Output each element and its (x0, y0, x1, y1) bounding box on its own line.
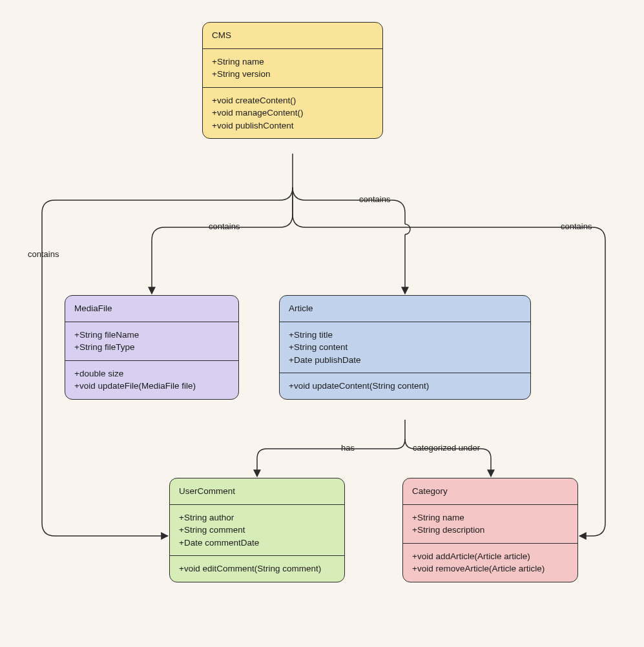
attr: +String description (412, 524, 568, 537)
attr: +String name (412, 511, 568, 524)
class-article-attrs: +String title +String content +Date publ… (280, 322, 530, 374)
class-category: Category +String name +String descriptio… (402, 478, 578, 582)
class-category-title: Category (403, 478, 577, 505)
class-category-methods: +void addArticle(Article article) +void … (403, 544, 577, 582)
attr: +String fileType (74, 341, 229, 354)
class-mediafile-attrs: +String fileName +String fileType (65, 322, 238, 361)
class-article: Article +String title +String content +D… (279, 295, 531, 400)
attr: +String title (289, 329, 521, 342)
class-mediafile-title: MediaFile (65, 296, 238, 322)
class-usercomment-attrs: +String author +String comment +Date com… (170, 505, 344, 557)
attr: +String comment (179, 524, 335, 537)
method: +void publishContent (212, 119, 373, 132)
edge-label-article-category: categorized under (411, 443, 482, 453)
method: +void updateContent(String content) (289, 380, 521, 393)
method: +double size (74, 367, 229, 380)
class-category-attrs: +String name +String description (403, 505, 577, 544)
class-mediafile-methods: +double size +void updateFile(MediaFile … (65, 361, 238, 399)
class-cms-methods: +void createContent() +void manageConten… (203, 88, 382, 139)
class-usercomment-title: UserComment (170, 478, 344, 505)
method: +void updateFile(MediaFile file) (74, 380, 229, 393)
method: +void createContent() (212, 94, 373, 107)
attr: +String name (212, 56, 373, 68)
edge-label-cms-article: contains (357, 194, 392, 204)
class-cms: CMS +String name +String version +void c… (202, 22, 383, 139)
edge-label-cms-category: contains (559, 221, 594, 231)
attr: +String fileName (74, 329, 229, 342)
class-article-title: Article (280, 296, 530, 322)
class-cms-attrs: +String name +String version (203, 49, 382, 88)
method: +void manageContent() (212, 107, 373, 119)
edge-label-cms-mediafile: contains (207, 221, 242, 231)
attr: +Date commentDate (179, 537, 335, 549)
edge-label-cms-usercomment: contains (26, 249, 61, 259)
attr: +String version (212, 68, 373, 81)
class-mediafile: MediaFile +String fileName +String fileT… (65, 295, 239, 400)
class-usercomment-methods: +void editComment(String comment) (170, 556, 344, 582)
method: +void removeArticle(Article article) (412, 562, 568, 575)
class-usercomment: UserComment +String author +String comme… (169, 478, 345, 582)
class-article-methods: +void updateContent(String content) (280, 373, 530, 399)
attr: +Date publishDate (289, 354, 521, 367)
edge-label-article-usercomment: has (339, 443, 357, 453)
method: +void editComment(String comment) (179, 562, 335, 575)
class-cms-title: CMS (203, 23, 382, 49)
attr: +String content (289, 341, 521, 354)
attr: +String author (179, 511, 335, 524)
method: +void addArticle(Article article) (412, 550, 568, 563)
